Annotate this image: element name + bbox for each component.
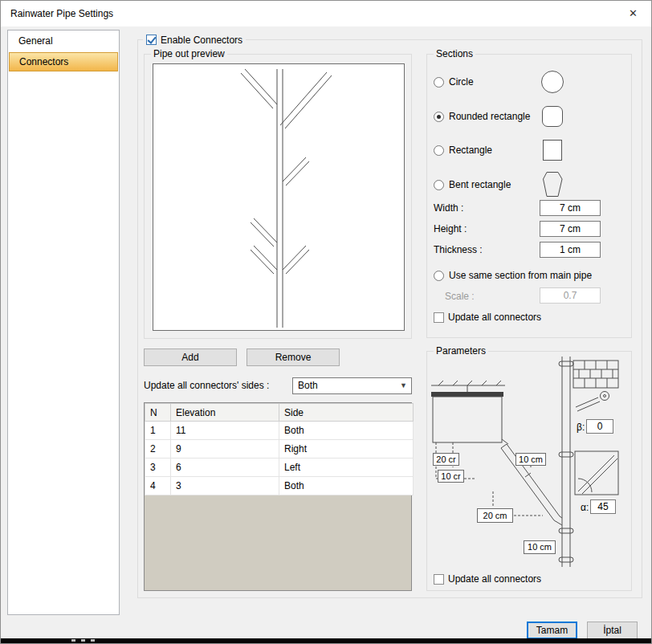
bent-rectangle-radio[interactable] bbox=[434, 180, 444, 190]
cell-side[interactable]: Both bbox=[279, 477, 414, 495]
circle-radio[interactable] bbox=[434, 77, 444, 88]
settings-category-list: General Connectors bbox=[7, 30, 120, 615]
cell-side[interactable]: Right bbox=[279, 440, 414, 459]
parameters-diagram: 20 cr 10 cr 10 cm 20 cm 10 cm β: α: bbox=[429, 357, 630, 570]
sections-group-title: Sections bbox=[434, 48, 475, 60]
alpha-input[interactable] bbox=[590, 499, 616, 514]
parameters-group-title: Parameters bbox=[434, 345, 488, 357]
cell-elevation[interactable]: 3 bbox=[171, 477, 279, 495]
sides-dropdown[interactable]: Both ▼ bbox=[292, 377, 412, 394]
cell-n[interactable]: 4 bbox=[145, 477, 171, 495]
update-all-connectors-parameters-label: Update all connectors bbox=[448, 573, 541, 585]
width-label: Width : bbox=[434, 202, 463, 214]
close-button[interactable]: ✕ bbox=[615, 1, 651, 26]
update-all-connectors-row: Update all connectors bbox=[434, 312, 541, 323]
taskbar-sliver-mark bbox=[81, 639, 85, 642]
radio-option-same-section[interactable]: Use same section from main pipe bbox=[434, 270, 592, 281]
enable-connectors-checkbox[interactable] bbox=[146, 35, 157, 45]
cancel-button-label: İptal bbox=[603, 625, 621, 636]
rainwater-pipe-settings-dialog: Rainwater Pipe Settings ✕ General Connec… bbox=[0, 0, 652, 644]
remove-button[interactable]: Remove bbox=[247, 348, 340, 366]
enable-connectors-label: Enable Connectors bbox=[161, 35, 242, 46]
bent-rectangle-radio-label: Bent rectangle bbox=[449, 179, 511, 190]
table-header-row: N Elevation Side bbox=[145, 404, 414, 422]
cell-n[interactable]: 3 bbox=[145, 459, 171, 477]
rounded-rectangle-section-icon bbox=[542, 106, 563, 127]
sidebar-item-general[interactable]: General bbox=[9, 31, 118, 51]
title-bar: Rainwater Pipe Settings ✕ bbox=[1, 1, 651, 26]
chevron-down-icon: ▼ bbox=[400, 381, 407, 389]
column-header-side[interactable]: Side bbox=[279, 404, 414, 422]
table-row[interactable]: 2 9 Right bbox=[145, 440, 414, 459]
parameters-group: Parameters bbox=[426, 351, 632, 591]
update-all-connectors-row-parameters: Update all connectors bbox=[434, 573, 541, 585]
cancel-button[interactable]: İptal bbox=[587, 622, 638, 639]
sides-dropdown-value: Both bbox=[298, 380, 318, 391]
cell-elevation[interactable]: 6 bbox=[171, 459, 279, 477]
thickness-label: Thickness : bbox=[434, 244, 483, 256]
cell-n[interactable]: 2 bbox=[145, 440, 171, 459]
dimension-label: 10 cm bbox=[515, 453, 546, 466]
window-title: Rainwater Pipe Settings bbox=[10, 1, 113, 26]
pipe-out-preview-group: Pipe out preview bbox=[144, 54, 412, 339]
circle-section-icon bbox=[541, 71, 564, 93]
scale-input bbox=[540, 287, 601, 304]
close-icon: ✕ bbox=[629, 7, 638, 19]
update-all-connectors-checkbox[interactable] bbox=[434, 312, 444, 323]
radio-option-circle[interactable]: Circle bbox=[434, 76, 474, 88]
same-section-radio-label: Use same section from main pipe bbox=[449, 270, 592, 281]
dimension-label: 10 cm bbox=[524, 540, 556, 554]
add-button-label: Add bbox=[181, 352, 198, 363]
rectangle-radio[interactable] bbox=[434, 145, 444, 156]
dimension-label: 10 cr bbox=[438, 470, 464, 483]
table-row[interactable]: 3 6 Left bbox=[145, 459, 414, 477]
table-row[interactable]: 1 11 Both bbox=[145, 422, 414, 440]
beta-input[interactable] bbox=[586, 419, 613, 434]
sidebar-item-connectors[interactable]: Connectors bbox=[9, 52, 118, 71]
cell-side[interactable]: Left bbox=[279, 459, 414, 477]
dimension-label: 20 cr bbox=[433, 453, 459, 466]
remove-button-label: Remove bbox=[275, 352, 312, 363]
scale-label: Scale : bbox=[445, 291, 475, 303]
update-all-connectors-label: Update all connectors bbox=[448, 312, 541, 323]
dimension-label: 20 cm bbox=[477, 508, 513, 523]
width-input[interactable] bbox=[540, 200, 601, 216]
radio-option-bent-rectangle[interactable]: Bent rectangle bbox=[434, 179, 511, 190]
radio-option-rounded-rectangle[interactable]: Rounded rectangle bbox=[434, 111, 530, 122]
update-all-connectors-parameters-checkbox[interactable] bbox=[434, 574, 444, 585]
taskbar-sliver bbox=[1, 638, 651, 643]
height-input[interactable] bbox=[540, 221, 601, 237]
same-section-radio[interactable] bbox=[434, 271, 444, 281]
rectangle-section-icon bbox=[543, 140, 562, 161]
thickness-input[interactable] bbox=[540, 242, 601, 258]
cell-n[interactable]: 1 bbox=[145, 422, 171, 440]
height-label: Height : bbox=[434, 223, 467, 235]
rounded-rectangle-radio-label: Rounded rectangle bbox=[449, 111, 530, 122]
bent-rectangle-section-icon bbox=[543, 172, 563, 197]
rectangle-radio-label: Rectangle bbox=[449, 145, 492, 156]
radio-option-rectangle[interactable]: Rectangle bbox=[434, 145, 492, 156]
connectors-table: N Elevation Side 1 11 Both 2 9 Right 3 bbox=[144, 402, 412, 591]
column-header-n[interactable]: N bbox=[145, 404, 171, 422]
cell-elevation[interactable]: 9 bbox=[171, 440, 279, 459]
rounded-rectangle-radio[interactable] bbox=[434, 112, 444, 122]
ok-button-label: Tamam bbox=[536, 625, 568, 636]
cell-elevation[interactable]: 11 bbox=[171, 422, 279, 440]
cell-side[interactable]: Both bbox=[279, 422, 414, 440]
update-sides-label: Update all connectors' sides : bbox=[144, 380, 269, 392]
circle-radio-label: Circle bbox=[449, 76, 474, 88]
pipe-out-preview-title: Pipe out preview bbox=[151, 48, 227, 60]
table-row[interactable]: 4 3 Both bbox=[145, 477, 414, 495]
taskbar-sliver-mark bbox=[71, 639, 75, 642]
ok-button[interactable]: Tamam bbox=[527, 622, 577, 639]
taskbar-sliver-mark bbox=[91, 639, 95, 642]
add-button[interactable]: Add bbox=[144, 348, 237, 366]
sections-group: Sections Circle Rounded rectangle Rectan… bbox=[426, 54, 632, 338]
beta-label: β: bbox=[577, 422, 585, 434]
pipe-preview-drawing bbox=[153, 64, 404, 330]
column-header-elevation[interactable]: Elevation bbox=[171, 404, 279, 422]
alpha-label: α: bbox=[581, 502, 589, 514]
enable-connectors-row: Enable Connectors bbox=[143, 33, 246, 47]
pipe-preview-canvas bbox=[153, 63, 405, 331]
